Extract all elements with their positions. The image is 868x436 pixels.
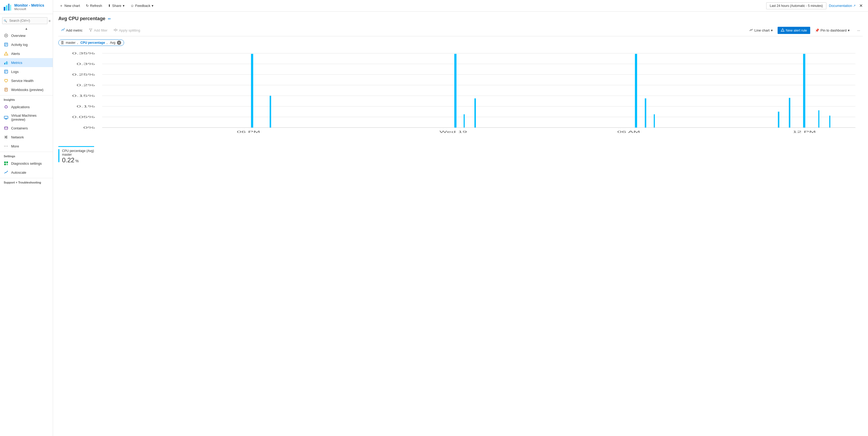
- sidebar-item-overview[interactable]: Overview: [0, 31, 53, 40]
- service-health-label: Service Health: [11, 79, 34, 83]
- metric-tag-icon: 🗄: [61, 41, 64, 45]
- svg-rect-41: [114, 29, 117, 31]
- svg-point-5: [6, 35, 7, 36]
- svg-text:0.35%: 0.35%: [72, 52, 95, 55]
- svg-text:0.25%: 0.25%: [72, 73, 95, 76]
- virtual-machines-label: Virtual Machines (preview): [11, 114, 49, 121]
- topbar: ＋ New chart ↻ Refresh ⬆ Share ▾ ☺ Feedba…: [53, 0, 868, 12]
- svg-text:0.2%: 0.2%: [76, 84, 95, 87]
- sidebar-item-logs[interactable]: Logs: [0, 67, 53, 76]
- svg-text:0.15%: 0.15%: [72, 94, 95, 98]
- svg-rect-33: [4, 161, 6, 163]
- svg-rect-36: [6, 164, 8, 165]
- activity-log-label: Activity log: [11, 43, 28, 47]
- close-button[interactable]: ✕: [858, 2, 864, 9]
- svg-text:12 PM: 12 PM: [793, 130, 816, 134]
- network-icon: [4, 135, 8, 139]
- share-icon: ⬆: [108, 4, 111, 8]
- legend-value: 0.22: [62, 156, 74, 164]
- search-input[interactable]: [2, 17, 48, 24]
- sidebar-item-containers[interactable]: Containers: [0, 124, 53, 133]
- svg-text:!: !: [782, 29, 783, 31]
- sidebar: Monitor - Metrics Microsoft « ▲ Overview…: [0, 0, 53, 436]
- topbar-right: Last 24 hours (Automatic - 5 minutes) Do…: [766, 2, 864, 9]
- svg-point-31: [4, 127, 8, 128]
- documentation-link[interactable]: Documentation ↗: [829, 4, 856, 8]
- sidebar-item-service-health[interactable]: Service Health: [0, 76, 53, 85]
- svg-rect-28: [4, 116, 8, 119]
- metric-tags: 🗄 master , CPU percentage , Avg ✕: [58, 39, 863, 46]
- overview-label: Overview: [11, 34, 26, 38]
- app-title-group: Monitor - Metrics Microsoft: [14, 3, 44, 10]
- chart-container: 0.35% 0.3% 0.25% 0.2% 0.15% 0.1% 0.05% 0…: [58, 48, 863, 144]
- sidebar-item-more[interactable]: ··· More: [0, 142, 53, 151]
- metric-tag-separator: ,: [77, 41, 79, 44]
- diagnostics-label: Diagnostics settings: [11, 161, 42, 165]
- app-logo: [3, 3, 12, 11]
- metric-tag-server: master: [66, 41, 75, 44]
- legend-color-bar: [58, 149, 59, 162]
- sidebar-item-autoscale[interactable]: Autoscale: [0, 168, 53, 177]
- share-chevron-icon: ▾: [123, 4, 125, 8]
- more-label: More: [11, 144, 19, 148]
- apply-splitting-button[interactable]: Apply splitting: [111, 27, 143, 34]
- applications-icon: [4, 104, 8, 109]
- share-button[interactable]: ⬆ Share ▾: [106, 3, 127, 9]
- add-filter-icon: [89, 28, 93, 33]
- main-content: ＋ New chart ↻ Refresh ⬆ Share ▾ ☺ Feedba…: [53, 0, 868, 436]
- new-chart-button[interactable]: ＋ New chart: [57, 2, 82, 9]
- virtual-machines-icon: [4, 115, 8, 120]
- line-chart-icon: [749, 28, 753, 33]
- legend-subtitle: master: [62, 153, 94, 156]
- metric-tag[interactable]: 🗄 master , CPU percentage , Avg ✕: [58, 39, 124, 46]
- metrics-icon: [4, 60, 8, 65]
- svg-point-32: [5, 136, 7, 138]
- svg-rect-2: [8, 4, 9, 10]
- chart-edit-icon[interactable]: ✏: [108, 17, 111, 21]
- metrics-label: Metrics: [11, 61, 22, 65]
- new-chart-icon: ＋: [59, 3, 63, 8]
- feedback-button[interactable]: ☺ Feedback ▾: [128, 3, 156, 9]
- external-link-icon: ↗: [853, 4, 856, 7]
- apply-splitting-icon: [114, 28, 118, 33]
- diagnostics-icon: [4, 161, 8, 166]
- sidebar-item-activity-log[interactable]: Activity log: [0, 40, 53, 49]
- svg-rect-13: [5, 62, 6, 64]
- alerts-label: Alerts: [11, 52, 20, 56]
- svg-point-26: [7, 107, 7, 108]
- line-chart-button[interactable]: Line chart ▾: [747, 27, 775, 34]
- svg-rect-0: [4, 7, 5, 10]
- sidebar-item-diagnostics[interactable]: Diagnostics settings: [0, 159, 53, 168]
- sidebar-item-workbooks[interactable]: Workbooks (preview): [0, 85, 53, 94]
- chart-toolbar: Add metric Add filter Apply splitting: [58, 25, 863, 36]
- add-metric-button[interactable]: Add metric: [58, 27, 85, 34]
- new-alert-rule-button[interactable]: ! New alert rule: [778, 27, 810, 34]
- sidebar-item-virtual-machines[interactable]: Virtual Machines (preview): [0, 112, 53, 124]
- add-filter-button[interactable]: Add filter: [86, 27, 110, 34]
- sidebar-item-network[interactable]: Network: [0, 133, 53, 142]
- chart-toolbar-right: Line chart ▾ ! New alert rule 📌 Pin to d…: [747, 27, 863, 34]
- chart-toolbar-left: Add metric Add filter Apply splitting: [58, 27, 143, 34]
- svg-text:0.1%: 0.1%: [76, 105, 95, 108]
- scroll-up-btn[interactable]: ▲: [25, 27, 28, 31]
- time-range-button[interactable]: Last 24 hours (Automatic - 5 minutes): [766, 2, 826, 9]
- feedback-chevron-icon: ▾: [152, 4, 154, 8]
- svg-rect-12: [4, 63, 5, 64]
- insights-section-label: Insights: [0, 95, 53, 102]
- svg-rect-15: [7, 62, 8, 64]
- sidebar-item-applications[interactable]: Applications: [0, 102, 53, 112]
- app-subtitle: Microsoft: [14, 7, 44, 10]
- legend-title: CPU percentage (Avg): [62, 149, 94, 153]
- svg-text:0.05%: 0.05%: [72, 115, 95, 119]
- chart-title: Avg CPU percentage: [58, 16, 105, 22]
- pin-to-dashboard-button[interactable]: 📌 Pin to dashboard ▾: [812, 27, 852, 34]
- metric-tag-close-button[interactable]: ✕: [117, 40, 121, 45]
- svg-rect-3: [10, 5, 11, 10]
- sidebar-item-alerts[interactable]: ! Alerts: [0, 49, 53, 58]
- sidebar-collapse-btn[interactable]: «: [49, 19, 51, 23]
- sidebar-header: Monitor - Metrics Microsoft: [0, 0, 53, 14]
- more-options-button[interactable]: ···: [855, 27, 863, 34]
- refresh-button[interactable]: ↻ Refresh: [84, 3, 104, 9]
- sidebar-item-metrics[interactable]: Metrics: [0, 58, 53, 67]
- app-title: Monitor - Metrics: [14, 3, 44, 7]
